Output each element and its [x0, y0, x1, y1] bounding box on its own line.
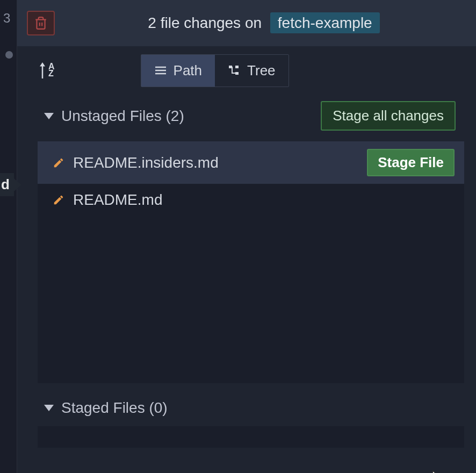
discard-all-button[interactable] [27, 11, 55, 35]
modified-icon [53, 157, 64, 169]
gutter-dot-icon [5, 51, 13, 59]
chevron-down-icon [44, 113, 54, 119]
view-tab-path-label: Path [174, 62, 203, 79]
sort-button[interactable]: AZ [38, 62, 55, 78]
stage-file-button[interactable]: Stage File [367, 149, 455, 176]
unstaged-title: Unstaged Files (2) [61, 108, 184, 125]
staged-title: Staged Files (0) [61, 399, 168, 417]
unstaged-toggle[interactable]: Unstaged Files (2) [44, 108, 184, 125]
gutter-number: 3 [3, 11, 10, 26]
view-mode-tabs: Path Tree [141, 54, 289, 87]
file-row[interactable]: README.md [38, 184, 464, 216]
file-row[interactable]: README.insiders.md Stage File [38, 141, 464, 184]
staged-section: Staged Files (0) [17, 399, 476, 448]
staged-file-list [38, 426, 464, 448]
panel-header: 2 file changes on fetch-example [17, 0, 476, 46]
svg-rect-6 [235, 66, 239, 68]
panel-title: 2 file changes on fetch-example [61, 15, 466, 32]
stage-all-button[interactable]: Stage all changes [321, 101, 456, 131]
cursor-icon [430, 470, 442, 473]
file-name: README.md [73, 191, 455, 209]
left-gutter: 3 [0, 0, 17, 473]
unstaged-file-list: README.insiders.md Stage File README.md [38, 141, 464, 383]
title-prefix: 2 file changes on [148, 15, 262, 31]
staged-toggle[interactable]: Staged Files (0) [44, 399, 456, 417]
view-tab-tree-label: Tree [247, 62, 276, 79]
view-tab-tree[interactable]: Tree [215, 55, 289, 87]
tree-icon [228, 64, 241, 76]
tag-pointer-label: d [0, 173, 14, 196]
file-name: README.insiders.md [73, 154, 358, 171]
modified-icon [53, 194, 64, 206]
sort-arrow-icon [38, 62, 47, 78]
changes-panel: 2 file changes on fetch-example AZ Path [17, 0, 476, 473]
file-toolbar: AZ Path Tree [17, 46, 476, 95]
view-tab-path[interactable]: Path [141, 55, 215, 87]
trash-icon [34, 16, 48, 31]
chevron-down-icon [44, 405, 54, 411]
branch-badge[interactable]: fetch-example [270, 12, 380, 33]
unstaged-section-header: Unstaged Files (2) Stage all changes [17, 95, 476, 137]
svg-rect-7 [235, 72, 239, 75]
list-icon [154, 65, 167, 76]
